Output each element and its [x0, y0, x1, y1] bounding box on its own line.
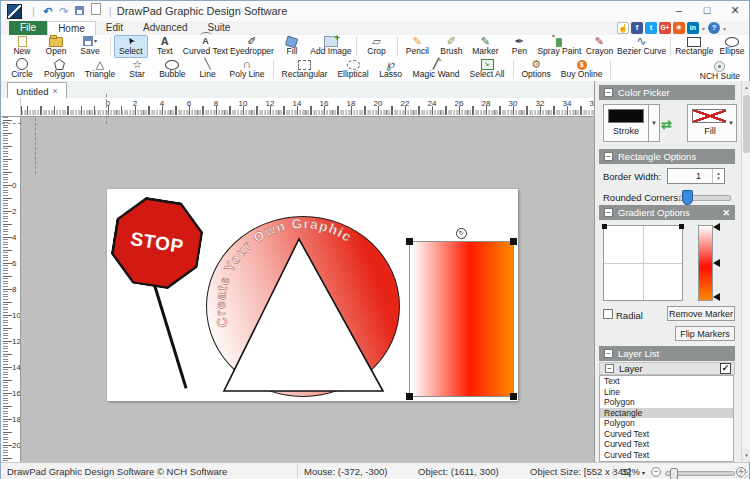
tool-pen[interactable]: ✒Pen — [502, 35, 536, 58]
panel-scrollbar[interactable]: ▴ ▾ — [741, 81, 750, 462]
menu-edit[interactable]: Edit — [96, 21, 133, 35]
remove-marker-button[interactable]: Remove Marker — [667, 306, 735, 321]
gradient-marker-bottom[interactable] — [713, 293, 720, 301]
tool-elliptical-select[interactable]: Elliptical — [332, 58, 373, 81]
chevron-down-icon[interactable]: ▾ — [723, 25, 726, 32]
tool-bubble[interactable]: Bubble — [154, 58, 190, 81]
close-icon[interactable]: ✕ — [722, 208, 730, 218]
zoom-level[interactable]: 32% — [621, 466, 640, 477]
twitter-icon[interactable]: t — [645, 22, 657, 34]
resize-grip[interactable] — [738, 469, 748, 479]
tool-fill[interactable]: Fill — [275, 35, 309, 58]
layer-row[interactable]: Curved Text — [600, 429, 733, 440]
layer-row[interactable]: Polygon — [600, 397, 733, 408]
quick-new-icon[interactable] — [88, 3, 104, 19]
fill-dropdown[interactable]: ▼ — [726, 104, 737, 142]
gradient-direction-handle[interactable] — [679, 224, 684, 229]
tool-eyedropper[interactable]: ✐Eyedropper — [229, 35, 275, 58]
stop-sign-shape[interactable]: STOP — [107, 193, 208, 294]
tool-star[interactable]: ☆Star — [120, 58, 154, 81]
layer-group-row[interactable]: − Layer ✓ — [599, 362, 735, 375]
collapse-icon[interactable]: − — [605, 364, 614, 373]
collapse-icon[interactable]: − — [604, 152, 613, 161]
gradient-preview-bar[interactable] — [698, 225, 713, 301]
selected-gradient-rectangle[interactable]: ↻ — [409, 241, 514, 397]
resize-handle-top-right[interactable] — [510, 238, 517, 245]
flip-markers-button[interactable]: Flip Markers — [675, 326, 735, 341]
stroke-dropdown[interactable]: ▼ — [649, 104, 660, 142]
layer-row[interactable]: Rectangle — [600, 408, 733, 419]
tool-crop[interactable]: ▱Crop — [360, 35, 394, 58]
chevron-down-icon[interactable]: ▾ — [642, 469, 645, 476]
scroll-down-icon[interactable]: ▾ — [742, 449, 750, 462]
stroke-color-button[interactable]: Stroke — [603, 104, 649, 142]
tool-spray-paint[interactable]: Spray Paint — [536, 35, 582, 58]
tool-polygon[interactable]: Polygon — [39, 58, 80, 81]
gradient-options-header[interactable]: − Gradient Options ✕ — [599, 205, 735, 220]
menu-file[interactable]: File — [9, 21, 47, 35]
rectangle-options-header[interactable]: − Rectangle Options — [599, 149, 735, 164]
tool-open[interactable]: Open — [39, 35, 73, 58]
tool-select[interactable]: ➤Select — [114, 35, 148, 58]
gradient-marker-middle[interactable] — [713, 259, 720, 267]
facebook-icon[interactable]: f — [631, 22, 643, 34]
tool-curved-text[interactable]: ACurved Text — [182, 35, 229, 58]
tool-save[interactable]: ▾Save — [73, 35, 107, 58]
scrollbar-thumb[interactable] — [743, 95, 750, 153]
tool-pencil[interactable]: ✎Pencil — [400, 35, 434, 58]
canvas-viewport[interactable]: Create Your Own Graphic STOP ↻ — [21, 117, 594, 462]
tool-crayon[interactable]: ✎Crayon — [582, 35, 616, 58]
gradient-marker-top[interactable] — [713, 223, 720, 231]
like-icon[interactable]: ☝ — [617, 22, 629, 34]
gradient-direction-selector[interactable] — [603, 225, 683, 301]
gradient-circle-shape[interactable] — [206, 216, 400, 397]
google-plus-icon[interactable]: G+ — [659, 22, 671, 34]
resize-handle-top-left[interactable] — [406, 238, 413, 245]
menu-advanced[interactable]: Advanced — [133, 21, 197, 35]
zoom-slider[interactable] — [665, 471, 735, 476]
layer-row[interactable]: Curved Text — [600, 439, 733, 450]
tool-text[interactable]: AText — [148, 35, 182, 58]
tool-rectangle[interactable]: Rectangle — [674, 35, 715, 58]
layer-row[interactable]: Curved Text — [600, 450, 733, 461]
tool-ellipse[interactable]: Ellipse — [715, 35, 749, 58]
tool-new[interactable]: New — [5, 35, 39, 58]
stop-sign-pole[interactable] — [153, 285, 187, 389]
tool-triangle[interactable]: △Triangle — [80, 58, 120, 81]
collapse-icon[interactable]: − — [604, 349, 613, 358]
minimize-button[interactable]: – — [665, 1, 693, 20]
resize-handle-bottom-left[interactable] — [406, 393, 413, 400]
drawing-page[interactable]: Create Your Own Graphic STOP ↻ — [107, 189, 518, 401]
chevron-down-icon[interactable]: ▾ — [702, 25, 705, 32]
tool-lasso[interactable]: ℘Lasso — [374, 58, 408, 81]
resize-handle-bottom-right[interactable] — [510, 393, 517, 400]
layer-row[interactable]: Polygon — [600, 418, 733, 429]
collapse-icon[interactable]: − — [604, 88, 613, 97]
zoom-slider-handle[interactable] — [670, 468, 678, 479]
tool-bezier-curve[interactable]: ∿Bezier Curve — [616, 35, 666, 58]
redo-icon[interactable]: ↷ — [56, 3, 72, 19]
border-width-input[interactable]: 1 ▲▼ — [667, 168, 725, 184]
linkedin-icon[interactable]: in — [687, 22, 699, 34]
layer-row[interactable]: Text — [600, 376, 733, 387]
tab-untitled[interactable]: Untitled × — [7, 82, 67, 99]
tool-select-all[interactable]: Select All — [465, 58, 510, 81]
collapse-icon[interactable]: − — [604, 208, 613, 217]
gradient-direction-handle[interactable] — [602, 224, 607, 229]
layer-list-header[interactable]: − Layer List — [599, 346, 735, 361]
help-icon[interactable]: ? — [708, 22, 720, 34]
scroll-up-icon[interactable]: ▴ — [742, 81, 750, 94]
close-button[interactable]: ✕ — [721, 1, 749, 20]
tool-buy-online[interactable]: $Buy Online — [556, 58, 608, 81]
spinner-arrows-icon[interactable]: ▲▼ — [712, 169, 724, 183]
tool-circle[interactable]: Circle — [5, 58, 39, 81]
tool-line[interactable]: ╲Line — [191, 58, 225, 81]
menu-home[interactable]: Home — [47, 21, 96, 35]
tool-poly-line[interactable]: ∩Poly Line — [225, 58, 270, 81]
nch-social-icon[interactable]: ✶ — [673, 22, 685, 34]
tool-magic-wand[interactable]: ╱Magic Wand — [408, 58, 465, 81]
maximize-button[interactable]: □ — [693, 1, 721, 20]
slider-handle[interactable] — [682, 190, 693, 205]
rotate-handle[interactable]: ↻ — [456, 228, 467, 239]
radial-checkbox[interactable] — [603, 309, 613, 319]
